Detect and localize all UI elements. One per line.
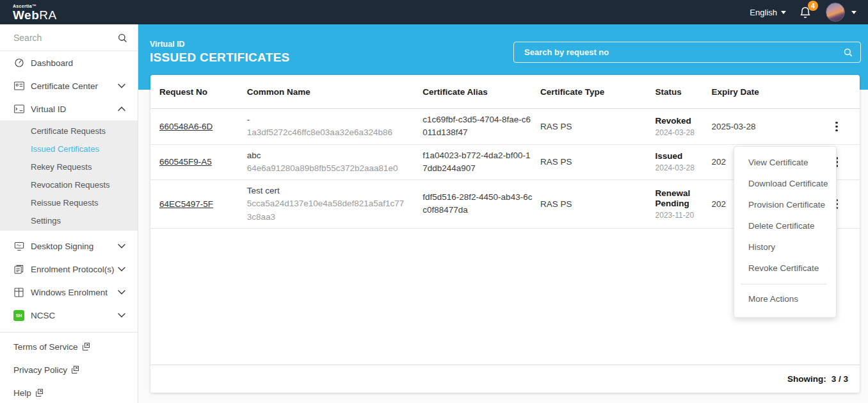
table-footer: Showing: 3 / 3	[150, 365, 860, 393]
sidebar-item-label: NCSC	[31, 311, 118, 320]
chevron-down-icon	[118, 290, 125, 295]
sidebar-search-input[interactable]	[13, 33, 109, 43]
chevron-down-icon	[118, 267, 125, 272]
app-logo: Ascertia™ WebRA	[13, 4, 57, 21]
request-no-link[interactable]: 64EC5497-5F	[159, 199, 213, 209]
menu-item-history[interactable]: History	[734, 236, 836, 258]
sidebar-item-certificate-requests[interactable]: Certificate Requests	[0, 122, 138, 140]
sidebar-item-settings[interactable]: Settings	[0, 211, 138, 229]
notification-badge: 4	[808, 1, 818, 11]
row-actions-menu: View Certificate Download Certificate Pr…	[734, 146, 837, 318]
menu-item-more-actions[interactable]: More Actions	[734, 288, 836, 309]
top-bar: Ascertia™ WebRA English 4	[0, 0, 868, 24]
avatar-chevron-down-icon[interactable]	[851, 11, 856, 14]
sidebar-item-reissue-requests[interactable]: Reissue Requests	[0, 193, 138, 211]
expiry-date: 2025-03-28	[711, 122, 824, 131]
status-date: 2023-11-20	[655, 211, 708, 220]
request-no-link[interactable]: 660545F9-A5	[159, 157, 212, 167]
showing-count: 3 / 3	[832, 374, 848, 384]
brand-company: Ascertia™	[13, 4, 57, 8]
sidebar-item-enrolment-protocols[interactable]: Enrolment Protocol(s)	[0, 258, 138, 281]
sidebar-item-label: Certificate Center	[31, 81, 118, 91]
column-header-certificate-type: Certificate Type	[540, 87, 655, 97]
column-header-status: Status	[655, 87, 712, 97]
chevron-down-icon	[118, 243, 125, 249]
request-search-input[interactable]	[524, 47, 843, 57]
common-name: -	[247, 113, 405, 126]
certificate-type: RAS PS	[540, 199, 655, 209]
sidebar-item-virtual-id[interactable]: Virtual ID	[0, 97, 138, 120]
sidebar-item-label: Windows Enrolment	[31, 288, 118, 297]
notifications-button[interactable]: 4	[798, 4, 814, 21]
sidebar-item-label: Dashboard	[31, 58, 129, 68]
sidebar-item-issued-certificates[interactable]: Issued Certificates	[0, 140, 138, 158]
common-name-hash: 1a3df5272c46ffc8e03aa32e6a324b86	[247, 126, 405, 139]
common-name: Test cert	[247, 185, 405, 197]
column-header-expiry-date: Expiry Date	[711, 87, 824, 97]
sidebar-item-dashboard[interactable]: Dashboard	[0, 51, 138, 74]
menu-item-revoke-certificate[interactable]: Revoke Certificate	[734, 258, 836, 279]
menu-item-download-certificate[interactable]: Download Certificate	[734, 173, 836, 194]
certificate-center-icon	[13, 81, 24, 92]
table-header-row: Request No Common Name Certificate Alias…	[150, 75, 860, 109]
sidebar-item-desktop-signing[interactable]: Desktop Signing	[0, 234, 138, 258]
desktop-signing-icon	[13, 241, 24, 252]
menu-divider	[741, 284, 827, 284]
certificate-type: RAS PS	[540, 157, 655, 167]
windows-enrolment-icon	[13, 287, 24, 298]
chevron-up-icon	[118, 106, 125, 111]
search-icon[interactable]	[843, 47, 853, 57]
request-no-link[interactable]: 660548A6-6D	[159, 122, 213, 131]
sidebar-search	[0, 24, 138, 51]
certificate-alias: fdf5d516-28f2-4450-ab43-6cc0f88477da	[422, 191, 540, 217]
menu-item-delete-certificate[interactable]: Delete Certificate	[734, 215, 836, 236]
common-name-hash: 64e6a91280a89b8fb55c372b2aaa81e0	[247, 162, 405, 175]
dashboard-icon	[13, 58, 24, 69]
table-row: 660548A6-6D - 1a3df5272c46ffc8e03aa32e6a…	[150, 109, 860, 145]
sidebar-item-ncsc[interactable]: SH NCSC	[0, 304, 138, 327]
request-search-box	[513, 42, 861, 63]
certificate-type: RAS PS	[540, 122, 655, 131]
sidebar-item-label: Desktop Signing	[31, 242, 118, 251]
link-label: Privacy Policy	[13, 365, 67, 375]
column-header-request-no: Request No	[159, 87, 247, 97]
certificate-alias: f1a04023-b772-4da2-bf00-17ddb244a907	[422, 149, 540, 176]
showing-label: Showing:	[787, 374, 826, 384]
common-name-hash: 5cca5a24d137e10e4a58def821a5af1c773c8aa3	[247, 197, 405, 224]
virtual-id-icon	[13, 104, 24, 115]
sidebar-item-certificate-center[interactable]: Certificate Center	[0, 74, 138, 97]
sidebar-item-rekey-requests[interactable]: Rekey Requests	[0, 158, 138, 176]
row-actions-button[interactable]	[829, 119, 844, 134]
page-title: ISSUED CERTIFICATES	[150, 51, 290, 65]
language-selector[interactable]: English	[750, 8, 786, 17]
status-badge: Revoked	[655, 116, 708, 127]
help-link[interactable]: Help	[0, 381, 138, 403]
sidebar-item-windows-enrolment[interactable]: Windows Enrolment	[0, 281, 138, 304]
external-link-icon	[35, 389, 43, 397]
status-badge: Renewal Pending	[655, 188, 708, 210]
status-date: 2024-03-28	[655, 163, 708, 172]
common-name: abc	[247, 149, 405, 162]
terms-of-service-link[interactable]: Terms of Service	[0, 335, 138, 358]
status-badge: Issued	[655, 151, 708, 162]
ncsc-icon: SH	[13, 310, 24, 321]
chevron-down-icon	[781, 11, 786, 14]
status-date: 2024-03-28	[655, 128, 708, 137]
language-label: English	[750, 8, 777, 17]
sidebar-divider	[0, 332, 138, 333]
user-avatar[interactable]	[826, 3, 845, 22]
sidebar: Dashboard Certificate Center Virtual ID …	[0, 24, 138, 403]
certificate-alias: c1c69fbf-c3d5-4704-8fae-c6011d138f47	[422, 113, 540, 140]
menu-item-provision-certificate[interactable]: Provision Certificate	[734, 194, 836, 215]
menu-item-view-certificate[interactable]: View Certificate	[734, 152, 836, 173]
brand-product: WebRA	[13, 9, 57, 21]
sidebar-item-label: Enrolment Protocol(s)	[31, 265, 118, 274]
search-icon	[117, 33, 127, 43]
link-label: Terms of Service	[13, 342, 78, 352]
external-link-icon	[71, 366, 79, 374]
virtual-id-submenu: Certificate Requests Issued Certificates…	[0, 120, 138, 231]
privacy-policy-link[interactable]: Privacy Policy	[0, 358, 138, 381]
sidebar-item-revocation-requests[interactable]: Revocation Requests	[0, 176, 138, 193]
external-link-icon	[82, 343, 90, 350]
link-label: Help	[13, 388, 31, 398]
